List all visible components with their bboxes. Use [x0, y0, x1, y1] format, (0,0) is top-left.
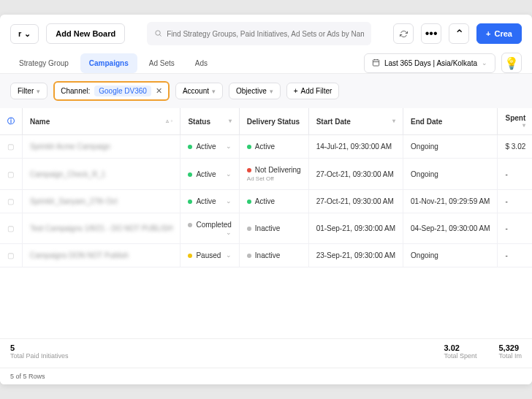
- col-status[interactable]: Status▾: [180, 108, 239, 135]
- channel-chip-value: Google DV360: [94, 86, 151, 96]
- row-status: Active ⌄: [180, 190, 239, 213]
- date-range-picker[interactable]: Last 365 Days | Asia/Kolkata ⌄: [364, 53, 495, 73]
- workspace-label: r: [18, 29, 21, 38]
- chevron-down-icon[interactable]: ▾: [229, 118, 232, 124]
- filter-button[interactable]: Filter ▾: [10, 83, 48, 99]
- status-dot-icon: [188, 223, 192, 227]
- row-end: 04-Sep-21, 09:30:00 AM: [403, 213, 498, 244]
- account-filter[interactable]: Account ▾: [175, 83, 223, 99]
- row-count: 5 of 5 Rows: [10, 373, 45, 380]
- square-icon: ▢: [7, 142, 14, 151]
- row-start: 27-Oct-21, 09:30:00 AM: [308, 159, 403, 190]
- row-icon-cell: ▢: [0, 244, 23, 267]
- row-end: 01-Nov-21, 09:29:59 AM: [403, 190, 498, 213]
- col-start-label: Start Date: [316, 118, 351, 126]
- search-box[interactable]: [147, 22, 371, 45]
- col-delivery[interactable]: Delivery Status: [239, 108, 308, 135]
- chevron-down-icon[interactable]: ⌄: [226, 229, 232, 236]
- tab-strategy-group[interactable]: Strategy Group: [10, 53, 77, 73]
- channel-filter-chip[interactable]: Channel: Google DV360 ✕: [53, 81, 170, 101]
- summary-spent-value: 3.02: [444, 343, 476, 352]
- close-icon[interactable]: ✕: [156, 86, 162, 96]
- svg-point-0: [156, 31, 160, 35]
- status-dot-icon: [188, 200, 192, 204]
- summary-spent: 3.02 Total Spent: [444, 343, 476, 360]
- filter-label: Filter: [18, 87, 34, 95]
- objective-filter[interactable]: Objective ▾: [229, 83, 281, 99]
- table-header-row: ⓘ Name▵ ▫ Status▾ Delivery Status Start …: [0, 108, 532, 135]
- workspace-dropdown[interactable]: r ⌄: [10, 24, 39, 44]
- col-status-label: Status: [188, 118, 210, 126]
- chevron-down-icon: ▾: [212, 88, 216, 95]
- refresh-button[interactable]: [393, 23, 414, 44]
- row-delivery: Inactive: [239, 213, 308, 244]
- more-button[interactable]: •••: [421, 23, 441, 44]
- row-status: Active ⌄: [180, 135, 239, 159]
- row-name: Campaigns DON NOT Publish: [23, 244, 180, 267]
- row-start: 14-Jul-21, 09:30:00 AM: [308, 135, 403, 159]
- table-row[interactable]: ▢Test Campaigns 1/8/21 - DO NOT PUBLISHC…: [0, 213, 532, 244]
- row-spent: -: [498, 213, 532, 244]
- row-delivery: Active: [239, 190, 308, 213]
- chevron-down-icon: ▾: [270, 88, 273, 95]
- row-status: Paused ⌄: [180, 244, 239, 267]
- row-end: Ongoing: [403, 135, 498, 159]
- search-input[interactable]: [167, 30, 364, 38]
- objective-label: Objective: [236, 87, 267, 95]
- square-icon: ▢: [7, 197, 14, 205]
- col-start[interactable]: Start Date▾: [308, 108, 403, 135]
- col-delivery-label: Delivery Status: [247, 118, 300, 126]
- chevron-down-icon: ⌄: [482, 59, 487, 66]
- table-row[interactable]: ▢Sprinklr Acme CampaignActive ⌄Active14-…: [0, 135, 532, 159]
- summary-bar: 5 Total Paid Initiatives 3.02 Total Spen…: [0, 338, 532, 364]
- col-name[interactable]: Name▵ ▫: [23, 108, 180, 135]
- tab-campaigns[interactable]: Campaigns: [80, 53, 137, 73]
- row-icon-cell: ▢: [0, 159, 23, 190]
- row-end: Ongoing: [403, 159, 498, 190]
- row-icon-cell: ▢: [0, 190, 23, 213]
- refresh-icon: [400, 30, 408, 38]
- square-icon: ▢: [7, 251, 14, 259]
- table-row[interactable]: ▢Sprinklr_Sanyam_27th OctActive ⌄Active2…: [0, 190, 532, 213]
- campaigns-table: ⓘ Name▵ ▫ Status▾ Delivery Status Start …: [0, 108, 532, 267]
- row-name: Test Campaigns 1/8/21 - DO NOT PUBLISH: [23, 213, 180, 244]
- col-end[interactable]: End Date: [403, 108, 498, 135]
- create-button[interactable]: + Crea: [476, 23, 522, 44]
- col-spent[interactable]: Spent▾: [498, 108, 532, 135]
- chevron-down-icon[interactable]: ⌄: [226, 142, 232, 150]
- account-label: Account: [183, 87, 209, 95]
- chevron-down-icon[interactable]: ⌄: [226, 170, 232, 178]
- add-board-button[interactable]: Add New Board: [46, 23, 125, 44]
- plus-icon: +: [294, 87, 298, 95]
- summary-count: 5 Total Paid Initiatives: [10, 343, 69, 360]
- calendar-icon: [372, 58, 380, 68]
- tab-ads[interactable]: Ads: [186, 53, 216, 73]
- delivery-dot-icon: [247, 145, 251, 149]
- svg-line-1: [160, 34, 162, 36]
- table-row[interactable]: ▢Campaign_Check_R_1Active ⌄Not Deliverin…: [0, 159, 532, 190]
- chevron-down-icon[interactable]: ⌄: [226, 197, 232, 205]
- chevron-down-icon[interactable]: ▾: [522, 122, 525, 129]
- status-dot-icon: [188, 145, 192, 149]
- col-info[interactable]: ⓘ: [0, 108, 23, 135]
- tab-ad-sets[interactable]: Ad Sets: [140, 53, 183, 73]
- hint-button[interactable]: 💡: [501, 53, 522, 73]
- chevron-down-icon[interactable]: ▾: [392, 118, 395, 124]
- plus-icon: +: [486, 29, 490, 38]
- status-dot-icon: [188, 172, 192, 177]
- chevron-up-icon: ⌃: [455, 27, 464, 41]
- collapse-button[interactable]: ⌃: [449, 23, 469, 44]
- row-name: Campaign_Check_R_1: [23, 159, 180, 190]
- row-delivery: Inactive: [239, 244, 308, 267]
- info-icon: ⓘ: [7, 117, 15, 125]
- row-name: Sprinklr Acme Campaign: [23, 135, 180, 159]
- table-row[interactable]: ▢Campaigns DON NOT PublishPaused ⌄Inacti…: [0, 244, 532, 267]
- channel-chip-label: Channel:: [61, 87, 90, 95]
- sort-icon[interactable]: ▵ ▫: [166, 118, 172, 124]
- chevron-down-icon[interactable]: ⌄: [226, 251, 232, 259]
- lightbulb-icon: 💡: [504, 56, 519, 70]
- summary-spent-label: Total Spent: [444, 352, 476, 360]
- delivery-dot-icon: [247, 200, 251, 204]
- add-filter-button[interactable]: + Add Filter: [286, 83, 340, 99]
- row-icon-cell: ▢: [0, 135, 23, 159]
